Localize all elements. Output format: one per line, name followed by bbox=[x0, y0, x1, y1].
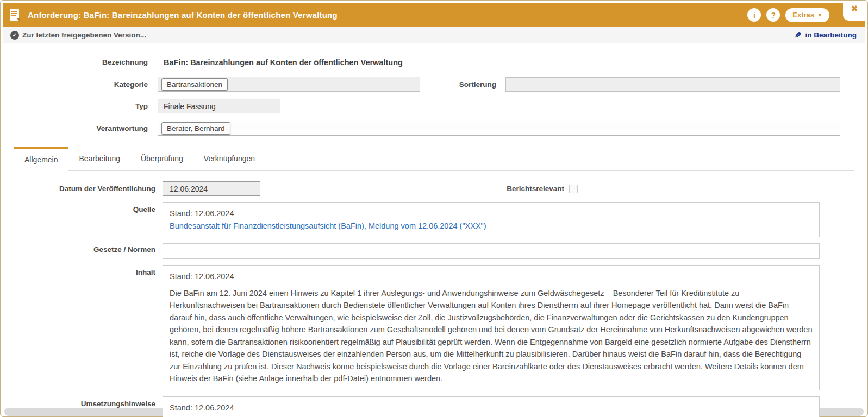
bezeichnung-label: Bezeichnung bbox=[3, 58, 148, 66]
quelle-stand: Stand: 12.06.2024 bbox=[170, 207, 813, 220]
typ-input[interactable]: Finale Fassung bbox=[158, 99, 280, 113]
tab-panel-allgemein: Datum der Veröffentlichung 12.06.2024 Be… bbox=[14, 170, 854, 405]
verantwortung-row: Verantwortung Berater, Bernhard bbox=[3, 121, 840, 136]
tab-ueberpruefung[interactable]: Überprüfung bbox=[130, 147, 193, 170]
sortierung-label: Sortierung bbox=[420, 80, 496, 89]
help-button[interactable]: ? bbox=[766, 8, 780, 22]
close-button[interactable]: ✖ bbox=[843, 2, 866, 21]
header-form: Bezeichnung BaFin: Bareinzahlungen auf K… bbox=[3, 43, 865, 146]
kategorie-field[interactable]: Bartransaktionen bbox=[158, 77, 420, 92]
inhalt-text: Die BaFin am 12. Juni 2024 einen Hinweis… bbox=[170, 289, 812, 383]
verantwortung-field[interactable]: Berater, Bernhard bbox=[158, 121, 840, 136]
typ-label: Typ bbox=[3, 102, 148, 110]
typ-row: Typ Finale Fassung bbox=[3, 99, 840, 113]
titlebar-actions: i ? Extras▼ bbox=[747, 8, 858, 22]
extras-label: Extras bbox=[792, 11, 814, 19]
chevron-down-icon: ▼ bbox=[817, 12, 822, 18]
status-badge: in Bearbeitung bbox=[805, 31, 857, 39]
inhalt-box[interactable]: Stand: 12.06.2024 Die BaFin am 12. Juni … bbox=[163, 265, 820, 390]
last-released-version-link[interactable]: ✓ Zur letzten freigegebenen Version... bbox=[10, 31, 146, 40]
datum-row: Datum der Veröffentlichung 12.06.2024 Be… bbox=[14, 181, 820, 196]
kategorie-chip[interactable]: Bartransaktionen bbox=[161, 78, 228, 91]
tab-strip: Allgemein Bearbeitung Überprüfung Verknü… bbox=[14, 146, 854, 170]
datum-input[interactable]: 12.06.2024 bbox=[163, 181, 260, 196]
close-icon: ✖ bbox=[851, 4, 858, 12]
berichtsrelevant-label: Berichtsrelevant bbox=[507, 185, 564, 193]
gesetze-row: Gesetze / Normen bbox=[14, 243, 820, 259]
bezeichnung-row: Bezeichnung BaFin: Bareinzahlungen auf K… bbox=[3, 55, 840, 70]
title-bar: Anforderung: BaFin: Bareinzahlungen auf … bbox=[3, 3, 865, 27]
info-button[interactable]: i bbox=[747, 8, 761, 22]
verantwortung-label: Verantwortung bbox=[3, 124, 148, 132]
document-icon bbox=[9, 8, 21, 22]
verantwortung-chip[interactable]: Berater, Bernhard bbox=[161, 122, 230, 135]
extras-button[interactable]: Extras▼ bbox=[785, 8, 829, 22]
umsetzung-box[interactable]: Stand: 12.06.2024 Falls es bei dieser Ar… bbox=[163, 396, 820, 417]
tab-bearbeitung[interactable]: Bearbeitung bbox=[68, 147, 130, 170]
quelle-box[interactable]: Stand: 12.06.2024 Bundesanstalt für Fina… bbox=[163, 202, 820, 237]
tab-verknuepfungen[interactable]: Verknüpfungen bbox=[193, 147, 265, 170]
bezeichnung-input[interactable]: BaFin: Bareinzahlungen auf Konten der öf… bbox=[158, 55, 840, 70]
check-circle-icon: ✓ bbox=[10, 31, 19, 40]
umsetzung-label: Umsetzungshinweise bbox=[14, 396, 155, 408]
berichtsrelevant-checkbox[interactable] bbox=[569, 185, 578, 193]
kategorie-label: Kategorie bbox=[3, 80, 148, 89]
tab-allgemein[interactable]: Allgemein bbox=[14, 147, 68, 171]
version-link-label: Zur letzten freigegebenen Version... bbox=[22, 31, 146, 39]
gesetze-label: Gesetze / Normen bbox=[14, 243, 155, 254]
requirement-window: Anforderung: BaFin: Bareinzahlungen auf … bbox=[0, 0, 868, 417]
inhalt-row: Inhalt Stand: 12.06.2024 Die BaFin am 12… bbox=[14, 265, 820, 390]
berichtsrelevant-group: Berichtsrelevant bbox=[507, 185, 578, 193]
status-bar: ✓ Zur letzten freigegebenen Version... ✎… bbox=[3, 27, 865, 43]
kategorie-sortierung-row: Kategorie Bartransaktionen Sortierung bbox=[3, 77, 840, 92]
pencil-icon: ✎ bbox=[795, 30, 802, 40]
sortierung-input[interactable] bbox=[505, 77, 840, 92]
umsetzung-stand: Stand: 12.06.2024 bbox=[170, 402, 813, 414]
window-title: Anforderung: BaFin: Bareinzahlungen auf … bbox=[28, 10, 338, 20]
inhalt-stand: Stand: 12.06.2024 bbox=[170, 270, 813, 283]
inhalt-label: Inhalt bbox=[14, 265, 155, 276]
quelle-label: Quelle bbox=[14, 202, 155, 213]
edit-status: ✎ in Bearbeitung bbox=[795, 30, 857, 40]
gesetze-box[interactable] bbox=[163, 243, 820, 259]
datum-label: Datum der Veröffentlichung bbox=[14, 185, 155, 193]
quelle-link[interactable]: Bundesanstalt für Finanzdienstleistungsa… bbox=[170, 222, 486, 230]
quelle-row: Quelle Stand: 12.06.2024 Bundesanstalt f… bbox=[14, 202, 820, 237]
